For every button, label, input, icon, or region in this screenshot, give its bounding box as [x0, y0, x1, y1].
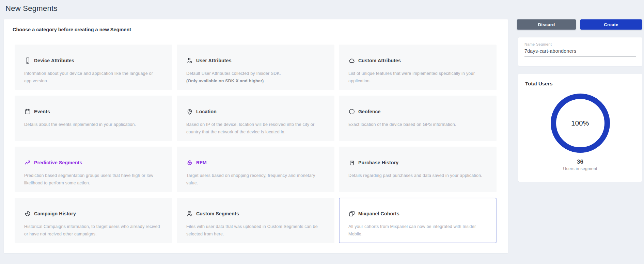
total-users-card: Total Users 100% 36 Users in segment — [518, 74, 642, 182]
name-segment-label: Name Segment — [524, 42, 636, 46]
category-title: Geofence — [358, 109, 380, 114]
category-description: Default User Attributes collected by Ins… — [186, 70, 323, 77]
category-title: Predictive Segments — [34, 160, 82, 165]
category-description: Based on IP of the device, location will… — [186, 121, 323, 136]
category-description: Details regarding past purchases and dat… — [348, 172, 485, 179]
category-card-rfm[interactable]: RFM Target users based on shopping recen… — [177, 147, 334, 192]
category-card-device-attributes[interactable]: Device Attributes Information about your… — [15, 45, 172, 90]
category-card-user-attributes[interactable]: User Attributes Default User Attributes … — [177, 45, 334, 90]
category-grid: Device Attributes Information about your… — [15, 45, 497, 243]
history-clock-icon — [24, 210, 31, 217]
category-description-note: (Only available on SDK X and higher) — [186, 77, 323, 85]
category-card-events[interactable]: Events Details about the events implemen… — [15, 96, 172, 141]
category-title: Purchase History — [358, 160, 398, 165]
category-description: Historical Campaigns information, to tar… — [24, 223, 161, 238]
category-description: All your cohorts from Mixpanel can now b… — [348, 223, 485, 238]
panel-subtitle: Choose a category before creating a new … — [13, 27, 131, 32]
user-icon — [186, 57, 193, 64]
category-description: List of unique features that were implem… — [348, 70, 485, 85]
users-caption: Users in segment — [525, 166, 635, 171]
category-title: Custom Attributes — [358, 58, 401, 63]
category-card-campaign-history[interactable]: Campaign History Historical Campaigns in… — [15, 198, 172, 243]
donut-percent-label: 100% — [550, 93, 610, 153]
shopping-bag-icon — [348, 159, 355, 166]
users-donut-chart: 100% — [550, 93, 610, 153]
category-title: RFM — [196, 160, 207, 165]
category-title: Device Attributes — [34, 58, 74, 63]
new-segments-page: New Segments Choose a category before cr… — [0, 0, 644, 264]
category-card-custom-segments[interactable]: Custom Segments Files with user data tha… — [177, 198, 334, 243]
category-description: Files with user data that was uploaded i… — [186, 223, 323, 238]
category-title: Custom Segments — [196, 211, 239, 216]
device-icon — [24, 57, 31, 64]
category-card-mixpanel-cohorts[interactable]: Mixpanel Cohorts All your cohorts from M… — [339, 198, 497, 243]
category-title: Events — [34, 109, 50, 114]
category-description: Information about your device and applic… — [24, 70, 161, 85]
users-count: 36 — [525, 159, 635, 165]
total-users-title: Total Users — [525, 81, 635, 86]
venn-diagram-icon — [186, 159, 193, 166]
category-title: Location — [196, 109, 217, 114]
create-button[interactable]: Create — [580, 19, 642, 30]
map-pin-icon — [186, 108, 193, 115]
calendar-icon — [24, 108, 31, 115]
category-title: Campaign History — [34, 211, 76, 216]
category-card-custom-attributes[interactable]: Custom Attributes List of unique feature… — [339, 45, 497, 90]
discard-button[interactable]: Discard — [517, 19, 576, 30]
category-description: Details about the events implemented in … — [24, 121, 161, 128]
category-description: Target users based on shopping recency, … — [186, 172, 323, 187]
cloud-icon — [348, 57, 355, 64]
trending-up-icon — [24, 159, 31, 166]
cohorts-link-icon — [348, 210, 355, 217]
category-description: Prediction based segmentation groups use… — [24, 172, 161, 187]
segment-name-input[interactable] — [524, 48, 636, 56]
category-panel: Choose a category before creating a new … — [4, 19, 508, 253]
category-card-geofence[interactable]: Geofence Exact location of the device ba… — [339, 96, 497, 141]
geofence-icon — [348, 108, 355, 115]
page-title: New Segments — [5, 4, 58, 13]
people-icon — [186, 210, 193, 217]
category-title: User Attributes — [196, 58, 232, 63]
category-card-purchase-history[interactable]: Purchase History Details regarding past … — [339, 147, 497, 192]
category-description: Exact location of the device based on GP… — [348, 121, 485, 128]
category-card-location[interactable]: Location Based on IP of the device, loca… — [177, 96, 334, 141]
category-title: Mixpanel Cohorts — [358, 211, 399, 216]
category-card-predictive-segments[interactable]: Predictive Segments Prediction based seg… — [15, 147, 172, 192]
name-segment-card: Name Segment — [518, 37, 642, 66]
